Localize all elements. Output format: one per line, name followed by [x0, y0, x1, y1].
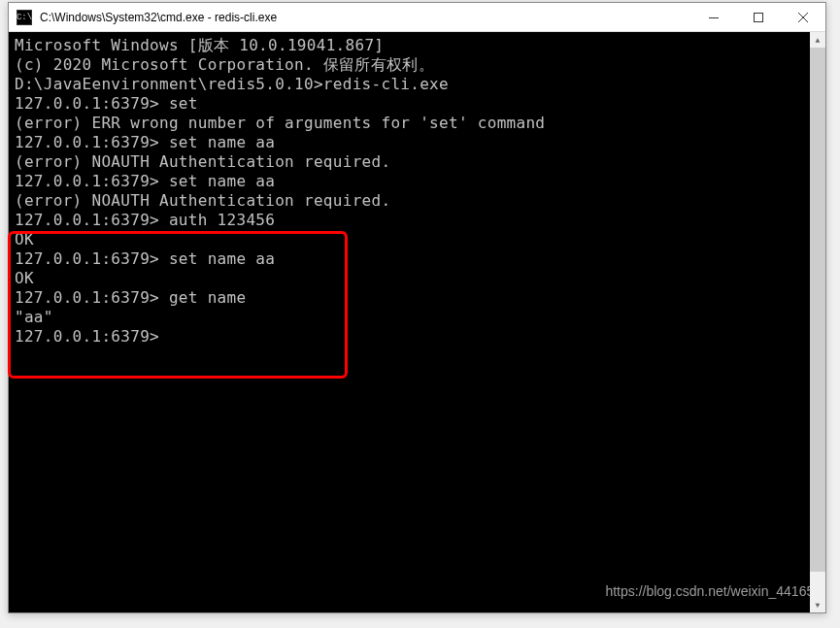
- terminal-line: (error) ERR wrong number of arguments fo…: [15, 114, 820, 133]
- terminal-line: "aa": [15, 308, 820, 327]
- close-button[interactable]: [781, 3, 825, 32]
- terminal-line: 127.0.0.1:6379> set: [15, 94, 820, 114]
- cmd-icon: C:\: [17, 10, 32, 25]
- terminal-line: 127.0.0.1:6379> get name: [15, 288, 820, 308]
- scrollbar-down-arrow[interactable]: ▼: [810, 597, 825, 612]
- titlebar[interactable]: C:\ C:\Windows\System32\cmd.exe - redis-…: [9, 3, 825, 32]
- window-controls: [691, 3, 825, 31]
- close-icon: [798, 13, 808, 22]
- terminal-line: 127.0.0.1:6379> auth 123456: [15, 211, 820, 230]
- watermark-text: https://blog.csdn.net/weixin_441652: [605, 581, 822, 601]
- maximize-icon: [754, 13, 763, 22]
- window-title: C:\Windows\System32\cmd.exe - redis-cli.…: [40, 11, 691, 24]
- svg-rect-0: [709, 17, 719, 18]
- terminal-line: OK: [15, 269, 820, 288]
- minimize-icon: [709, 17, 719, 18]
- terminal-line: 127.0.0.1:6379> set name aa: [15, 172, 820, 191]
- terminal-line: OK: [15, 230, 820, 249]
- svg-rect-1: [755, 14, 763, 22]
- minimize-button[interactable]: [691, 3, 736, 32]
- cmd-window: C:\ C:\Windows\System32\cmd.exe - redis-…: [8, 2, 826, 613]
- terminal-line: D:\JavaEenvironment\redis5.0.10>redis-cl…: [15, 75, 820, 94]
- terminal-line: 127.0.0.1:6379> set name aa: [15, 249, 820, 269]
- terminal-line: 127.0.0.1:6379> set name aa: [15, 133, 820, 152]
- terminal-line: (error) NOAUTH Authentication required.: [15, 191, 820, 211]
- scrollbar-up-arrow[interactable]: ▲: [810, 32, 825, 48]
- terminal-line: (error) NOAUTH Authentication required.: [15, 152, 820, 172]
- terminal-area[interactable]: Microsoft Windows [版本 10.0.19041.867] (c…: [9, 32, 825, 612]
- terminal-line: 127.0.0.1:6379>: [15, 327, 820, 347]
- scrollbar-thumb[interactable]: [810, 48, 825, 572]
- terminal-line: (c) 2020 Microsoft Corporation. 保留所有权利。: [15, 55, 820, 75]
- maximize-button[interactable]: [736, 3, 781, 32]
- terminal-line: Microsoft Windows [版本 10.0.19041.867]: [15, 36, 820, 55]
- vertical-scrollbar[interactable]: ▲ ▼: [810, 32, 825, 612]
